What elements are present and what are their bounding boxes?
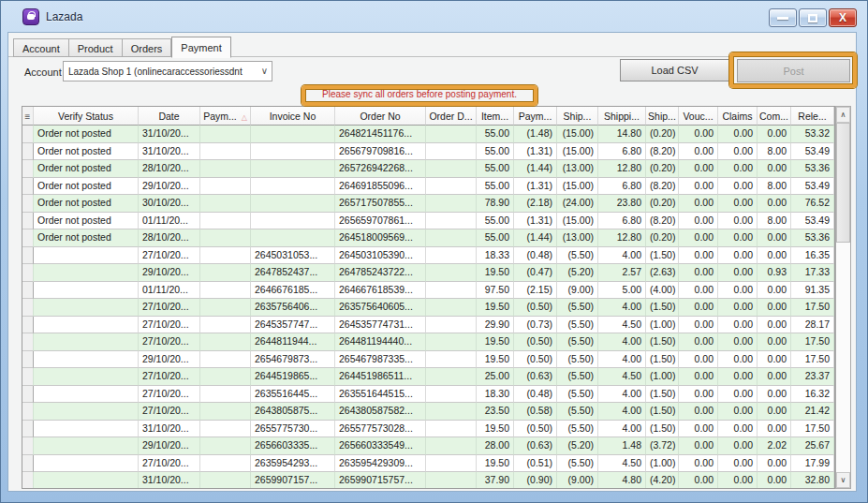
column-header-0[interactable]: Verify Status xyxy=(34,107,139,126)
maximize-button[interactable] xyxy=(799,8,827,27)
row-selector[interactable] xyxy=(22,317,34,334)
column-header-7[interactable]: Paym... xyxy=(514,107,557,126)
table-cell xyxy=(200,421,251,438)
table-cell: 0.00 xyxy=(718,351,758,369)
load-csv-button[interactable]: Load CSV xyxy=(620,59,729,81)
table-row[interactable]: 27/10/20...2635516445...263551644515...1… xyxy=(22,386,834,404)
column-header-12[interactable]: Claims xyxy=(718,107,758,126)
table-row[interactable]: 31/10/20...2659907157...265990715757...3… xyxy=(22,472,834,489)
column-header-13[interactable]: Com... xyxy=(758,107,791,126)
column-header-14[interactable]: Rele... xyxy=(791,107,834,126)
row-selector[interactable] xyxy=(22,195,34,213)
row-selector[interactable] xyxy=(22,229,34,247)
table-row[interactable]: 27/10/20...2643805875...264380587582...2… xyxy=(22,403,834,421)
table-cell: 4.00 xyxy=(598,421,646,438)
row-selector[interactable] xyxy=(22,213,34,230)
table-cell: 4.00 xyxy=(598,247,646,265)
row-selector[interactable] xyxy=(22,178,34,196)
vertical-scrollbar[interactable]: ∧ ∨ xyxy=(835,106,851,489)
table-cell: 18.30 xyxy=(477,386,514,404)
row-selector[interactable] xyxy=(22,403,34,421)
row-selector[interactable] xyxy=(22,299,34,317)
account-dropdown-value: Lazada Shop 1 (onlinecaraccessoriessdnt xyxy=(68,67,243,77)
table-row[interactable]: 29/10/20...2656603335...265660333549...2… xyxy=(22,437,834,455)
table-cell: 0.00 xyxy=(679,213,718,230)
table-cell xyxy=(426,247,477,265)
tab-product[interactable]: Product xyxy=(69,38,123,57)
table-row[interactable]: Order not posted01/11/20...265659707861.… xyxy=(22,213,834,230)
scroll-up-button[interactable]: ∧ xyxy=(836,107,850,123)
table-cell: 01/11/20... xyxy=(139,213,200,230)
payments-table: ≡ Verify StatusDatePaym...△Invoice NoOrd… xyxy=(22,106,835,489)
column-header-1[interactable]: Date xyxy=(139,107,200,126)
row-selector[interactable] xyxy=(22,160,34,178)
table-row[interactable]: 27/10/20...2644519865...264451986511...2… xyxy=(22,368,834,386)
column-header-9[interactable]: Shippi... xyxy=(598,107,646,126)
account-dropdown[interactable]: Lazada Shop 1 (onlinecaraccessoriessdnt … xyxy=(63,61,272,81)
column-header-4[interactable]: Order No xyxy=(335,107,426,126)
table-row[interactable]: 29/10/20...2654679873...265467987335...1… xyxy=(22,351,834,369)
table-cell: 16.35 xyxy=(791,247,834,265)
row-selector[interactable] xyxy=(22,143,34,161)
tab-payment[interactable]: Payment xyxy=(171,37,230,58)
table-row[interactable]: Order not posted31/10/20...264821451176.… xyxy=(22,126,834,143)
table-row[interactable]: 27/10/20...2635756406...263575640605...1… xyxy=(22,299,834,317)
column-header-11[interactable]: Vouc... xyxy=(679,107,718,126)
tab-orders[interactable]: Orders xyxy=(123,38,172,57)
table-cell: 55.00 xyxy=(477,160,514,178)
row-selector[interactable] xyxy=(22,455,34,473)
table-row[interactable]: Order not posted29/10/20...264691855096.… xyxy=(22,178,834,196)
table-cell: 0.00 xyxy=(679,299,718,317)
table-row[interactable]: 27/10/20...2635954293...263595429309...1… xyxy=(22,455,834,473)
table-cell: 27/10/20... xyxy=(139,333,200,351)
row-selector[interactable] xyxy=(22,351,34,369)
minimize-button[interactable] xyxy=(769,8,797,27)
table-cell xyxy=(34,386,139,404)
row-selector[interactable] xyxy=(22,368,34,386)
column-header-10[interactable]: Ship... xyxy=(646,107,679,126)
scroll-down-button[interactable]: ∨ xyxy=(836,472,850,488)
tab-account[interactable]: Account xyxy=(13,38,69,57)
table-row[interactable]: Order not posted30/10/20...265717507855.… xyxy=(22,195,834,213)
table-cell: 265990715757... xyxy=(335,472,426,489)
row-selector[interactable] xyxy=(22,437,34,455)
row-selector-header[interactable]: ≡ xyxy=(22,107,34,126)
row-selector[interactable] xyxy=(22,126,34,143)
column-header-3[interactable]: Invoice No xyxy=(251,107,335,126)
table-row[interactable]: 27/10/20...2645357747...264535774731...2… xyxy=(22,317,834,334)
table-row[interactable]: 01/11/20...2646676185...264667618539...9… xyxy=(22,282,834,300)
table-cell: 4.00 xyxy=(598,351,646,369)
table-row[interactable]: 27/10/20...2645031053...264503105390...1… xyxy=(22,247,834,265)
column-header-2[interactable]: Paym...△ xyxy=(200,107,251,126)
table-cell: 0.00 xyxy=(679,351,718,369)
table-cell: (0.63) xyxy=(514,368,557,386)
row-selector[interactable] xyxy=(22,333,34,351)
table-row[interactable]: Order not posted28/10/20...265726942268.… xyxy=(22,160,834,178)
table-row[interactable]: 27/10/20...2644811944...264481194440...1… xyxy=(22,333,834,351)
row-selector[interactable] xyxy=(22,247,34,265)
table-cell: (2.15) xyxy=(514,282,557,300)
column-header-label: Order D... xyxy=(429,111,472,122)
table-row[interactable]: Order not posted31/10/20...265679709816.… xyxy=(22,143,834,161)
close-button[interactable]: X xyxy=(829,8,857,27)
column-header-8[interactable]: Ship... xyxy=(557,107,598,126)
table-cell xyxy=(426,368,477,386)
table-cell: (4.00) xyxy=(646,282,679,300)
column-header-label: Date xyxy=(158,111,179,122)
table-row[interactable]: 29/10/20...2647852437...264785243722...1… xyxy=(22,264,834,282)
table-row[interactable]: Order not posted28/10/20...264518009569.… xyxy=(22,229,834,247)
row-selector[interactable] xyxy=(22,282,34,300)
table-cell: 53.32 xyxy=(791,126,834,143)
scrollbar-thumb[interactable] xyxy=(836,123,850,243)
table-row[interactable]: 31/10/20...2655775730...265577573028...1… xyxy=(22,421,834,438)
post-button[interactable]: Post xyxy=(737,59,850,82)
table-cell: (0.47) xyxy=(514,264,557,282)
table-cell: Order not posted xyxy=(34,143,139,161)
column-header-6[interactable]: Item... xyxy=(477,107,514,126)
row-selector[interactable] xyxy=(22,472,34,489)
row-selector[interactable] xyxy=(22,264,34,282)
row-selector[interactable] xyxy=(22,386,34,404)
table-cell: 31/10/20... xyxy=(139,472,200,489)
column-header-5[interactable]: Order D... xyxy=(426,107,477,126)
row-selector[interactable] xyxy=(22,421,34,438)
